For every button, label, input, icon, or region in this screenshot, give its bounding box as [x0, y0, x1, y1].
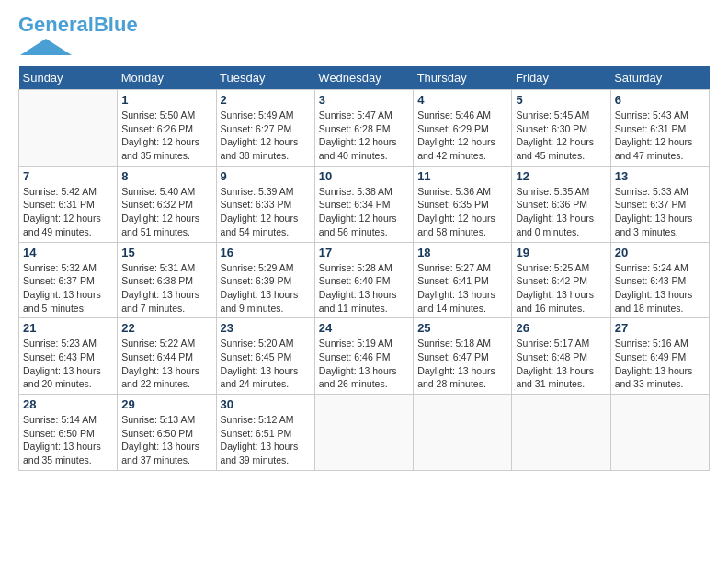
- calendar-week-row: 28 Sunrise: 5:14 AM Sunset: 6:50 PM Dayl…: [19, 395, 710, 471]
- daylight-text: Daylight: 13 hours and 20 minutes.: [23, 365, 101, 390]
- sunrise-text: Sunrise: 5:16 AM: [615, 338, 688, 349]
- sunset-text: Sunset: 6:42 PM: [516, 275, 587, 286]
- sunrise-text: Sunrise: 5:35 AM: [516, 186, 589, 197]
- day-info: Sunrise: 5:20 AM Sunset: 6:45 PM Dayligh…: [221, 337, 311, 391]
- sunrise-text: Sunrise: 5:32 AM: [23, 262, 97, 273]
- daylight-text: Daylight: 13 hours and 22 minutes.: [121, 365, 199, 390]
- sunset-text: Sunset: 6:43 PM: [23, 351, 95, 362]
- daylight-text: Daylight: 12 hours and 38 minutes.: [221, 136, 299, 161]
- day-number: 10: [319, 169, 409, 183]
- sunset-text: Sunset: 6:37 PM: [23, 275, 95, 286]
- day-info: Sunrise: 5:46 AM Sunset: 6:29 PM Dayligh…: [417, 109, 507, 163]
- sunrise-text: Sunrise: 5:17 AM: [516, 338, 589, 349]
- sunset-text: Sunset: 6:50 PM: [23, 428, 95, 439]
- calendar-table: SundayMondayTuesdayWednesdayThursdayFrid…: [18, 66, 710, 471]
- day-number: 21: [23, 321, 113, 335]
- sunrise-text: Sunrise: 5:24 AM: [615, 262, 688, 273]
- logo-blue: Blue: [94, 13, 138, 36]
- day-number: 28: [23, 397, 113, 411]
- daylight-text: Daylight: 12 hours and 51 minutes.: [121, 213, 199, 237]
- column-header-sunday: Sunday: [19, 66, 118, 90]
- sunset-text: Sunset: 6:35 PM: [417, 199, 489, 210]
- sunrise-text: Sunrise: 5:49 AM: [221, 109, 294, 121]
- calendar-cell: 24 Sunrise: 5:19 AM Sunset: 6:46 PM Dayl…: [314, 318, 413, 395]
- day-number: 15: [121, 246, 211, 259]
- day-info: Sunrise: 5:35 AM Sunset: 6:36 PM Dayligh…: [516, 185, 606, 239]
- day-number: 30: [221, 397, 311, 411]
- daylight-text: Daylight: 12 hours and 54 minutes.: [221, 213, 299, 237]
- sunset-text: Sunset: 6:28 PM: [319, 123, 391, 134]
- day-number: 12: [516, 169, 606, 183]
- day-info: Sunrise: 5:31 AM Sunset: 6:38 PM Dayligh…: [121, 261, 211, 316]
- sunset-text: Sunset: 6:38 PM: [121, 275, 193, 286]
- sunset-text: Sunset: 6:48 PM: [516, 351, 587, 362]
- calendar-cell: 5 Sunrise: 5:45 AM Sunset: 6:30 PM Dayli…: [512, 90, 610, 167]
- sunrise-text: Sunrise: 5:28 AM: [319, 262, 392, 273]
- logo-general: General: [18, 13, 94, 36]
- page-container: GeneralBlue SundayMondayTuesdayWednesday…: [0, 0, 728, 480]
- day-info: Sunrise: 5:19 AM Sunset: 6:46 PM Dayligh…: [319, 337, 409, 391]
- day-info: Sunrise: 5:38 AM Sunset: 6:34 PM Dayligh…: [319, 185, 409, 239]
- calendar-cell: 16 Sunrise: 5:29 AM Sunset: 6:39 PM Dayl…: [216, 242, 314, 318]
- logo: GeneralBlue: [18, 15, 138, 57]
- calendar-cell: 13 Sunrise: 5:33 AM Sunset: 6:37 PM Dayl…: [610, 166, 709, 242]
- day-info: Sunrise: 5:29 AM Sunset: 6:39 PM Dayligh…: [221, 261, 311, 316]
- day-number: 7: [23, 169, 113, 183]
- sunrise-text: Sunrise: 5:40 AM: [121, 186, 195, 197]
- sunset-text: Sunset: 6:47 PM: [417, 351, 489, 362]
- sunset-text: Sunset: 6:30 PM: [516, 123, 587, 134]
- calendar-cell: [314, 395, 413, 471]
- column-header-monday: Monday: [118, 66, 216, 90]
- daylight-text: Daylight: 13 hours and 18 minutes.: [615, 289, 693, 314]
- sunrise-text: Sunrise: 5:47 AM: [319, 109, 392, 121]
- calendar-cell: 23 Sunrise: 5:20 AM Sunset: 6:45 PM Dayl…: [216, 318, 314, 395]
- sunrise-text: Sunrise: 5:29 AM: [221, 262, 294, 273]
- day-info: Sunrise: 5:28 AM Sunset: 6:40 PM Dayligh…: [319, 261, 409, 316]
- logo-icon: [18, 37, 74, 57]
- sunrise-text: Sunrise: 5:20 AM: [221, 338, 294, 349]
- calendar-cell: 8 Sunrise: 5:40 AM Sunset: 6:32 PM Dayli…: [118, 166, 216, 242]
- daylight-text: Daylight: 12 hours and 45 minutes.: [516, 136, 594, 161]
- calendar-cell: 1 Sunrise: 5:50 AM Sunset: 6:26 PM Dayli…: [118, 90, 216, 167]
- sunset-text: Sunset: 6:36 PM: [516, 199, 587, 210]
- day-info: Sunrise: 5:33 AM Sunset: 6:37 PM Dayligh…: [615, 185, 705, 239]
- sunrise-text: Sunrise: 5:14 AM: [23, 414, 97, 425]
- sunset-text: Sunset: 6:37 PM: [615, 199, 687, 210]
- sunrise-text: Sunrise: 5:46 AM: [417, 109, 491, 121]
- day-info: Sunrise: 5:43 AM Sunset: 6:31 PM Dayligh…: [615, 109, 705, 163]
- sunrise-text: Sunrise: 5:39 AM: [221, 186, 294, 197]
- day-number: 29: [121, 397, 211, 411]
- daylight-text: Daylight: 12 hours and 49 minutes.: [23, 213, 101, 237]
- day-info: Sunrise: 5:24 AM Sunset: 6:43 PM Dayligh…: [615, 261, 705, 316]
- calendar-cell: [610, 395, 709, 471]
- daylight-text: Daylight: 13 hours and 0 minutes.: [516, 213, 594, 237]
- daylight-text: Daylight: 13 hours and 28 minutes.: [417, 365, 495, 390]
- day-number: 8: [121, 169, 211, 183]
- daylight-text: Daylight: 13 hours and 35 minutes.: [23, 441, 101, 465]
- day-number: 23: [221, 321, 311, 335]
- calendar-cell: 18 Sunrise: 5:27 AM Sunset: 6:41 PM Dayl…: [414, 242, 512, 318]
- sunrise-text: Sunrise: 5:12 AM: [221, 414, 294, 425]
- day-info: Sunrise: 5:14 AM Sunset: 6:50 PM Dayligh…: [23, 413, 113, 467]
- day-info: Sunrise: 5:13 AM Sunset: 6:50 PM Dayligh…: [121, 413, 211, 467]
- sunrise-text: Sunrise: 5:50 AM: [121, 109, 195, 121]
- logo-text: GeneralBlue: [18, 15, 138, 35]
- calendar-cell: 25 Sunrise: 5:18 AM Sunset: 6:47 PM Dayl…: [414, 318, 512, 395]
- daylight-text: Daylight: 13 hours and 37 minutes.: [121, 441, 199, 465]
- calendar-cell: 9 Sunrise: 5:39 AM Sunset: 6:33 PM Dayli…: [216, 166, 314, 242]
- column-header-wednesday: Wednesday: [314, 66, 413, 90]
- day-info: Sunrise: 5:42 AM Sunset: 6:31 PM Dayligh…: [23, 185, 113, 239]
- daylight-text: Daylight: 12 hours and 58 minutes.: [417, 213, 495, 237]
- day-info: Sunrise: 5:49 AM Sunset: 6:27 PM Dayligh…: [221, 109, 311, 163]
- calendar-cell: 3 Sunrise: 5:47 AM Sunset: 6:28 PM Dayli…: [314, 90, 413, 167]
- sunrise-text: Sunrise: 5:23 AM: [23, 338, 97, 349]
- sunset-text: Sunset: 6:50 PM: [121, 428, 193, 439]
- sunset-text: Sunset: 6:29 PM: [417, 123, 489, 134]
- sunrise-text: Sunrise: 5:33 AM: [615, 186, 688, 197]
- sunset-text: Sunset: 6:43 PM: [615, 275, 687, 286]
- day-info: Sunrise: 5:12 AM Sunset: 6:51 PM Dayligh…: [221, 413, 311, 467]
- calendar-cell: 19 Sunrise: 5:25 AM Sunset: 6:42 PM Dayl…: [512, 242, 610, 318]
- sunset-text: Sunset: 6:40 PM: [319, 275, 391, 286]
- sunset-text: Sunset: 6:26 PM: [121, 123, 193, 134]
- calendar-cell: 28 Sunrise: 5:14 AM Sunset: 6:50 PM Dayl…: [19, 395, 118, 471]
